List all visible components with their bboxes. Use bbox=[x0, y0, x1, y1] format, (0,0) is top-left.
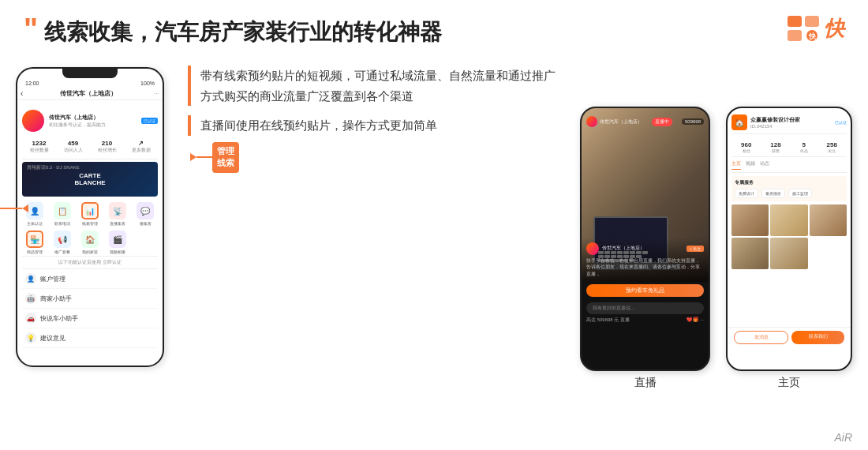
tab-videos[interactable]: 视频 bbox=[746, 160, 755, 170]
img-cell-4 bbox=[731, 238, 769, 269]
icon-products[interactable]: 🏪 商品管理 bbox=[22, 231, 47, 254]
icon-box-micro: 💬 bbox=[137, 202, 154, 219]
logo-area: 快 快 bbox=[786, 14, 844, 43]
live-stats-row: 高达 509698 元 直播 ❤️ 🎁 ··· bbox=[586, 317, 704, 324]
works-label: 作品 bbox=[800, 148, 808, 153]
page-header: " 线索收集，汽车房产家装行业的转化神器 bbox=[0, 0, 868, 55]
menu-item-car-assistant[interactable]: 🚗 快说车小助手 bbox=[22, 309, 158, 328]
icon-label-products: 商品管理 bbox=[22, 249, 47, 254]
service-supervision[interactable]: 施工监理 bbox=[788, 189, 812, 198]
menu-item-assistant[interactable]: 🤖 商家小助手 bbox=[22, 289, 158, 309]
right-tabs: 主页 视频 动态 bbox=[731, 160, 847, 173]
icon-leads[interactable]: 📊 线索管理 bbox=[77, 202, 103, 226]
menu-icon-account: 👤 bbox=[25, 273, 36, 284]
manage-arrow-line bbox=[196, 156, 212, 158]
follows-label: 关注 bbox=[827, 148, 837, 153]
phone-content: 传世汽车（上地店） 初任服务号认证，提高能力 已认证 1232 粉丝数量 459… bbox=[17, 103, 163, 351]
tab-homepage[interactable]: 主页 bbox=[731, 160, 741, 170]
svg-rect-1 bbox=[805, 16, 819, 27]
description-area: 带有线索预约贴片的短视频，可通过私域流量、自然流量和通过推广方式购买的商业流量广… bbox=[180, 66, 564, 390]
mid-phone: 传世汽车（上地店） 直播中 509698 bbox=[580, 107, 710, 371]
icon-grid-row2: 🏪 商品管理 📢 推广套餐 🏠 我的家室 🎬 视频相册 bbox=[22, 229, 158, 257]
service-items-list: 免费设计 量房报价 施工监理 bbox=[735, 189, 844, 198]
right-stat-likes: 128 获赞 bbox=[770, 141, 780, 153]
followers-num: 1232 bbox=[30, 140, 49, 147]
more-label: 更多数据 bbox=[132, 147, 151, 154]
profile-section: 传世汽车（上地店） 初任服务号认证，提高能力 已认证 bbox=[22, 107, 158, 135]
profile-info: 传世汽车（上地店） 初任服务号认证，提高能力 bbox=[49, 114, 137, 129]
reserve-button[interactable]: 预约看车免礼品 bbox=[586, 284, 704, 297]
phone-notch bbox=[62, 69, 118, 78]
phone-stats-row: 1232 粉丝数量 459 访问人入 210 粉丝增长 ↗ 更多数据 bbox=[22, 135, 158, 159]
message-button[interactable]: 发消息 bbox=[734, 331, 788, 344]
banner-dj-text: 滑翔新话0.2 · DJ SNAKE bbox=[27, 164, 80, 171]
icon-box-products: 🏪 bbox=[26, 231, 43, 248]
service-free-design[interactable]: 免费设计 bbox=[735, 189, 758, 198]
stat-growth: 210 粉丝增长 bbox=[98, 140, 117, 154]
icon-label-leads: 线索管理 bbox=[77, 221, 103, 226]
desc-block-1: 带有线索预约贴片的短视频，可通过私域流量、自然流量和通过推广方式购买的商业流量广… bbox=[188, 66, 556, 106]
live-host-avatar-sm bbox=[586, 242, 599, 255]
upload-label-area: 上传商品 bbox=[0, 193, 28, 224]
manage-leads-label-area: 管理线索 bbox=[190, 142, 239, 173]
live-overlay: 传世汽车（上地店） + 关注 快手平台各位，各位平台用直播，我们系统支持直播，告… bbox=[582, 238, 709, 282]
upload-arrow bbox=[0, 204, 28, 212]
menu-item-account[interactable]: 👤 账户管理 bbox=[22, 269, 158, 289]
contact-button[interactable]: 联系我们 bbox=[791, 331, 844, 344]
icon-box-promote: 📢 bbox=[54, 231, 71, 248]
profile-sub: 初任服务号认证，提高能力 bbox=[49, 122, 137, 129]
stat-more: ↗ 更多数据 bbox=[132, 140, 151, 154]
desc-text-2: 直播间使用在线预约贴片，操作方式更加简单 bbox=[200, 115, 556, 136]
img-cell-1 bbox=[731, 204, 769, 236]
tab-updates[interactable]: 动态 bbox=[760, 160, 769, 170]
comment-input[interactable]: 我有更好的直接说... bbox=[586, 302, 704, 314]
follow-button[interactable]: + 关注 bbox=[687, 246, 704, 252]
phone-banner: 滑翔新话0.2 · DJ SNAKE CARTEBLANCHE bbox=[22, 162, 158, 197]
contact-buttons: 发消息 联系我们 bbox=[728, 327, 851, 347]
home-store-name: 众赢赢修装设计份家 bbox=[750, 116, 800, 124]
visits-num: 459 bbox=[64, 140, 83, 147]
footer-bar: AiR bbox=[834, 431, 852, 444]
icon-box-identity: 👤 bbox=[26, 202, 43, 219]
service-quote[interactable]: 量房报价 bbox=[761, 189, 785, 198]
menu-item-feedback[interactable]: 💡 建议意见 bbox=[22, 328, 158, 348]
live-video-bg: 传世汽车（上地店） + 关注 快手平台各位，各位平台用直播，我们系统支持直播，告… bbox=[582, 108, 709, 282]
growth-num: 210 bbox=[98, 140, 117, 147]
right-phone: 🏠 众赢赢修装设计份家 ID:342154 已认证 960 粉丝 128 bbox=[726, 107, 852, 371]
fans-num: 960 bbox=[741, 141, 751, 148]
svg-text:快: 快 bbox=[808, 32, 817, 40]
icon-box-video: 🎬 bbox=[109, 231, 126, 248]
icon-label-myroom: 我的家室 bbox=[77, 249, 103, 254]
stat-visits: 459 访问人入 bbox=[64, 140, 83, 154]
live-host-info: 传世汽车（上地店） bbox=[586, 116, 642, 127]
icon-myroom: 🏠 我的家室 bbox=[77, 231, 103, 254]
air-text: AiR bbox=[834, 431, 852, 444]
menu-text-feedback: 建议意见 bbox=[40, 334, 65, 343]
verify-hint: 以下功能认证后使用 立即认证 bbox=[22, 257, 158, 269]
icon-box-phone: 📋 bbox=[54, 202, 71, 219]
stat-followers: 1232 粉丝数量 bbox=[30, 140, 49, 154]
nav-title: 传世汽车（上地店） bbox=[60, 89, 117, 98]
icon-live: 📡 直播集客 bbox=[105, 202, 130, 226]
icon-box-myroom: 🏠 bbox=[81, 231, 99, 248]
right-stat-fans: 960 粉丝 bbox=[741, 141, 751, 153]
menu-icon-car-assistant: 🚗 bbox=[25, 313, 36, 324]
fans-label: 粉丝 bbox=[741, 148, 751, 153]
menu-text-account: 账户管理 bbox=[40, 275, 65, 283]
logo-text: 快 bbox=[824, 15, 844, 43]
live-host-name: 传世汽车（上地店） bbox=[600, 118, 642, 126]
growth-label: 粉丝增长 bbox=[98, 147, 117, 154]
img-cell-2 bbox=[770, 204, 807, 236]
home-store-icon: 🏠 bbox=[731, 114, 747, 130]
back-icon: ‹ bbox=[21, 89, 23, 98]
profile-avatar bbox=[22, 110, 44, 132]
svg-rect-2 bbox=[788, 30, 802, 41]
menu-text-car-assistant: 快说车小助手 bbox=[40, 314, 78, 323]
icon-label-video: 视频相册 bbox=[105, 249, 130, 254]
live-bottom-area: 我有更好的直接说... 高达 509698 元 直播 ❤️ 🎁 ··· bbox=[582, 299, 709, 327]
left-phone: 12:00 100% ‹ 传世汽车（上地店） ··· 传世汽车（上地店） 初任服… bbox=[16, 67, 164, 367]
icon-promote: 📢 推广套餐 bbox=[50, 231, 75, 254]
img-cell-3 bbox=[810, 204, 847, 236]
svg-rect-0 bbox=[788, 16, 802, 27]
more-icon: ↗ bbox=[132, 140, 151, 147]
